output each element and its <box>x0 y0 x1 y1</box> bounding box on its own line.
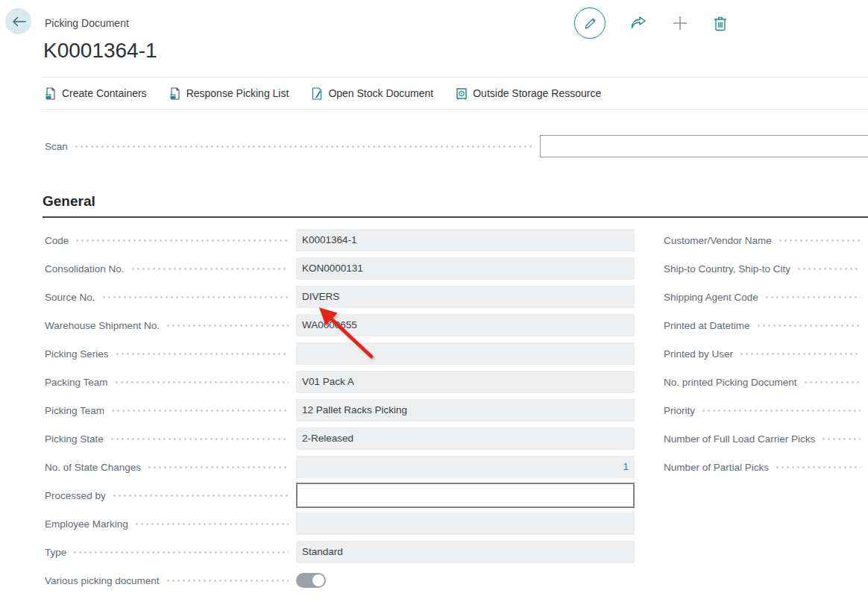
field-value-picking-series[interactable] <box>296 342 635 365</box>
back-button[interactable] <box>5 8 31 34</box>
field-value-source-no[interactable]: DIVERS <box>296 286 635 308</box>
field-no-of-state-changes: No. of State Changes 1 <box>45 453 635 481</box>
field-value-consolidation-no[interactable]: KON0000131 <box>296 257 635 280</box>
dotted-leader <box>112 410 289 412</box>
field-label: Picking Team <box>45 405 104 416</box>
dotted-leader <box>116 353 289 355</box>
action-label: Outside Storage Ressource <box>473 87 601 99</box>
field-value-picking-state[interactable]: 2-Released <box>296 427 635 450</box>
field-label: Number of Full Load Carrier Picks <box>664 433 815 445</box>
field-consolidation-no: Consolidation No. KON0000131 <box>45 254 635 283</box>
field-value-various-picking-document <box>296 569 635 592</box>
dotted-leader <box>116 381 289 383</box>
dotted-leader <box>167 580 289 582</box>
field-label: Picking State <box>45 433 104 445</box>
field-value-warehouse-shipment-no[interactable]: WA0000655 <box>296 314 635 336</box>
plus-icon <box>671 14 689 32</box>
field-label: Warehouse Shipment No. <box>45 320 160 331</box>
scan-row: Scan <box>45 134 868 158</box>
action-create-containers[interactable]: Create Containers <box>45 87 147 100</box>
field-source-no: Source No. DIVERS <box>45 283 635 311</box>
field-picking-state: Picking State 2-Released <box>45 424 635 453</box>
action-outside-storage-ressource[interactable]: Outside Storage Ressource <box>456 87 601 100</box>
field-value-code[interactable]: K0001364-1 <box>296 229 635 251</box>
field-ship-to-country-city: Ship-to Country, Ship-to City <box>664 254 868 283</box>
field-number-full-load-carrier-picks: Number of Full Load Carrier Picks <box>664 424 868 453</box>
field-label: No. of State Changes <box>45 462 141 473</box>
dotted-leader <box>776 466 861 468</box>
dotted-leader <box>136 523 289 525</box>
trash-icon <box>713 15 728 31</box>
field-value-picking-team[interactable]: 12 Pallet Racks Picking <box>296 399 635 421</box>
field-label: Number of Partial Picks <box>664 462 769 473</box>
scan-input[interactable] <box>540 135 868 157</box>
new-button[interactable] <box>671 14 689 32</box>
field-employee-marking: Employee Marking <box>45 509 635 538</box>
dotted-leader <box>111 438 289 440</box>
field-label: Picking Series <box>45 348 109 360</box>
field-label: Employee Marking <box>45 518 128 530</box>
action-label: Create Containers <box>62 87 147 99</box>
general-left-column: Code K0001364-1 Consolidation No. KON000… <box>45 226 635 595</box>
field-various-picking-document: Various picking document <box>45 566 635 595</box>
field-value-processed-by[interactable] <box>296 483 635 508</box>
dotted-leader <box>766 296 861 298</box>
dotted-leader <box>103 296 289 298</box>
action-response-picking-list[interactable]: Response Picking List <box>169 87 289 100</box>
field-customer-vendor-name: Customer/Vendor Name <box>664 226 868 254</box>
share-button[interactable] <box>629 15 647 31</box>
scan-label: Scan <box>45 141 68 152</box>
field-label: Ship-to Country, Ship-to City <box>664 263 790 275</box>
field-shipping-agent-code: Shipping Agent Code <box>664 283 868 311</box>
general-section-header[interactable]: General <box>43 193 868 218</box>
field-label: Source No. <box>45 292 95 303</box>
field-label: Customer/Vendor Name <box>664 235 772 246</box>
dotted-leader <box>148 466 289 468</box>
general-right-column: Customer/Vendor Name Ship-to Country, Sh… <box>664 226 868 481</box>
dotted-leader <box>779 239 861 242</box>
various-picking-document-toggle[interactable] <box>296 573 326 588</box>
field-label: Processed by <box>45 490 106 501</box>
delete-button[interactable] <box>713 15 728 31</box>
document-action-bar: Create Containers Response Picking List … <box>43 77 868 110</box>
dotted-leader <box>75 145 532 148</box>
field-label: Printed by User <box>664 348 733 360</box>
edit-button[interactable] <box>574 7 606 39</box>
dotted-leader <box>823 438 861 440</box>
field-packing-team: Packing Team V01 Pack A <box>45 368 635 396</box>
field-label: Type <box>45 547 66 558</box>
record-title: K0001364-1 <box>43 39 157 63</box>
field-printed-by-user: Printed by User <box>664 339 868 368</box>
field-type: Type Standard <box>45 538 635 566</box>
field-label: Various picking document <box>45 575 160 586</box>
field-label: Consolidation No. <box>45 263 125 275</box>
field-value-employee-marking[interactable] <box>296 512 635 535</box>
field-warehouse-shipment-no: Warehouse Shipment No. WA0000655 <box>45 311 635 339</box>
field-label: Printed at Datetime <box>664 320 750 331</box>
action-label: Response Picking List <box>186 87 289 99</box>
document-container-icon <box>45 87 57 100</box>
picking-document-page: Picking Document K0001364-1 <box>0 0 868 602</box>
field-picking-team: Picking Team 12 Pallet Racks Picking <box>45 396 635 424</box>
field-label: Code <box>45 235 69 246</box>
field-value-packing-team[interactable]: V01 Pack A <box>296 371 635 393</box>
back-arrow-icon <box>11 16 26 28</box>
dotted-leader <box>76 239 289 242</box>
storage-box-icon <box>456 87 468 100</box>
dotted-leader <box>805 381 861 383</box>
dotted-leader <box>132 268 289 270</box>
page-type-caption: Picking Document <box>45 17 129 29</box>
field-label: Shipping Agent Code <box>664 292 758 303</box>
action-open-stock-document[interactable]: Open Stock Document <box>311 87 433 100</box>
dotted-leader <box>74 551 289 554</box>
field-value-no-of-state-changes[interactable]: 1 <box>296 456 635 478</box>
header-action-bar <box>574 7 728 40</box>
action-label: Open Stock Document <box>328 87 433 99</box>
document-edit-icon <box>311 87 323 100</box>
field-code: Code K0001364-1 <box>45 226 635 254</box>
field-number-of-partial-picks: Number of Partial Picks <box>664 453 868 481</box>
field-label: No. printed Picking Document <box>664 377 797 388</box>
field-value-type[interactable]: Standard <box>296 541 635 563</box>
dotted-leader <box>740 353 861 355</box>
dotted-leader <box>113 495 289 497</box>
